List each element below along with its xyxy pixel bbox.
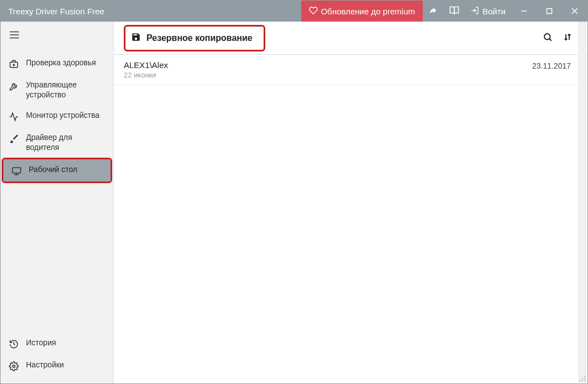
history-icon (8, 338, 19, 349)
brush-icon (8, 133, 19, 144)
sidebar-item-health-check[interactable]: Проверка здоровья (1, 53, 113, 75)
sidebar-item-settings[interactable]: Настройки (1, 355, 113, 377)
share-icon (429, 6, 438, 17)
svg-point-22 (584, 380, 585, 381)
search-button[interactable] (538, 28, 558, 48)
book-open-icon (449, 6, 459, 17)
svg-point-18 (582, 378, 583, 379)
sidebar-item-history[interactable]: История (1, 333, 113, 355)
minimize-button[interactable] (511, 1, 537, 22)
sidebar-item-label: Рабочий стол (29, 165, 77, 175)
sidebar-item-label: Проверка здоровья (26, 58, 96, 68)
sidebar-item-label: Монитор устройства (26, 111, 99, 121)
sort-button[interactable] (558, 28, 578, 48)
svg-point-17 (584, 376, 585, 377)
sidebar-item-label: Настройки (26, 360, 64, 370)
list-item-main: ALEX1\Alex 22 иконки (124, 60, 532, 79)
list-item-subtitle: 22 иконки (124, 71, 532, 79)
upgrade-premium-label: Обновление до premium (321, 7, 415, 16)
main-header: Резервное копирование (114, 22, 587, 55)
app-window: Treexy Driver Fusion Free Обновление до … (0, 0, 588, 384)
sidebar-item-label: История (26, 338, 56, 348)
resize-grip[interactable] (579, 375, 586, 382)
close-button[interactable] (562, 1, 587, 22)
upgrade-premium-button[interactable]: Обновление до premium (301, 1, 423, 22)
highlight-annotation-sidebar: Рабочий стол (2, 158, 112, 183)
list-item-title: ALEX1\Alex (124, 60, 532, 70)
medkit-icon (8, 58, 19, 69)
app-title: Treexy Driver Fusion Free (1, 7, 301, 16)
svg-rect-11 (13, 168, 21, 173)
sidebar-item-driver[interactable]: Драйвер для водителя (1, 127, 113, 158)
book-button[interactable] (444, 1, 465, 22)
sort-icon (563, 32, 573, 44)
sidebar-bottom: История Настройки (1, 333, 113, 383)
sidebar-item-label: Управляющее устройство (26, 80, 107, 100)
activity-icon (8, 111, 19, 122)
app-title-text: Treexy Driver Fusion Free (8, 7, 104, 16)
login-label: Войти (482, 7, 506, 16)
svg-point-19 (584, 378, 585, 379)
sidebar: Проверка здоровья Управляющее устройство… (1, 22, 114, 383)
highlight-annotation-title: Резервное копирование (124, 25, 265, 51)
list-item-date: 23.11.2017 (532, 60, 578, 70)
login-icon (470, 6, 479, 17)
svg-point-20 (580, 380, 581, 381)
heart-icon (309, 6, 318, 17)
svg-rect-2 (547, 9, 552, 14)
svg-point-15 (544, 34, 550, 40)
login-button[interactable]: Войти (465, 1, 511, 22)
save-icon (131, 32, 141, 44)
share-button[interactable] (423, 1, 444, 22)
titlebar: Treexy Driver Fusion Free Обновление до … (1, 1, 587, 22)
sidebar-item-label: Драйвер для водителя (26, 133, 107, 152)
sidebar-item-device-control[interactable]: Управляющее устройство (1, 75, 113, 105)
body-area: Проверка здоровья Управляющее устройство… (1, 22, 587, 383)
maximize-button[interactable] (537, 1, 562, 22)
menu-toggle-button[interactable] (1, 22, 113, 49)
list-item[interactable]: ALEX1\Alex 22 иконки 23.11.2017 (114, 55, 587, 85)
window-controls (511, 1, 587, 22)
svg-line-16 (549, 39, 551, 40)
gear-icon (8, 360, 19, 371)
svg-point-21 (582, 380, 583, 381)
page-title: Резервное копирование (146, 33, 253, 43)
sidebar-nav: Проверка здоровья Управляющее устройство… (1, 49, 113, 383)
backup-list: ALEX1\Alex 22 иконки 23.11.2017 (114, 55, 587, 383)
sidebar-item-device-monitor[interactable]: Монитор устройства (1, 105, 113, 127)
search-icon (543, 32, 553, 44)
wrench-icon (8, 80, 19, 91)
svg-point-14 (13, 365, 15, 368)
scrollbar-vertical[interactable] (578, 22, 587, 383)
main-content: Резервное копирование ALEX1\A (114, 22, 587, 383)
monitor-icon (11, 165, 22, 176)
sidebar-item-desktop[interactable]: Рабочий стол (3, 159, 111, 181)
hamburger-icon (8, 29, 20, 43)
